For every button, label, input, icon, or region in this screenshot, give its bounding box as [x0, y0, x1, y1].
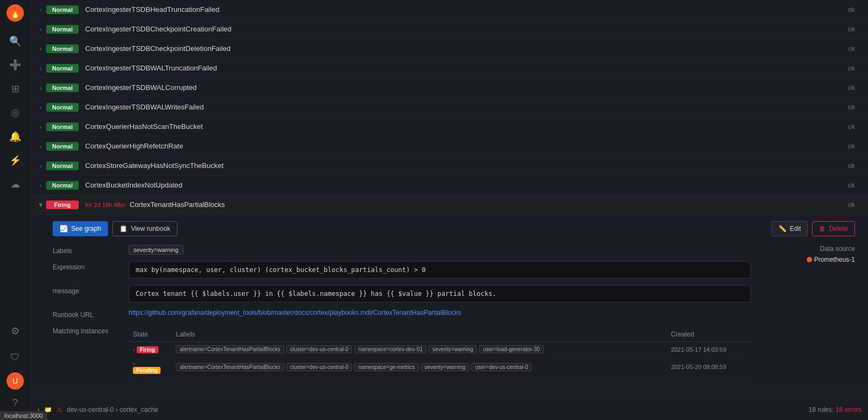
row-expand-chevron[interactable]: › — [35, 46, 46, 52]
alerts-icon[interactable]: 🔔 — [4, 126, 26, 147]
localhost-badge: localhost:3000 — [31, 411, 47, 420]
breadcrumb-path: dev-us-central-0 › cortex_cache — [67, 406, 158, 413]
instance-created: 2021-05-17 14:03:59 — [667, 342, 751, 357]
detail-grid: Labels severity=warning Expression max b… — [53, 245, 751, 377]
alert-name: CortexTenantHasPartialBlocks — [130, 201, 848, 209]
alert-row[interactable]: › Normal CortexIngesterTSDBCheckpointCre… — [31, 20, 868, 39]
alert-row[interactable]: › Normal CortexBucketIndexNotUpdated ok — [31, 176, 868, 195]
row-expand-chevron[interactable]: › — [35, 124, 46, 130]
instance-created: 2021-05-20 08:08:59 — [667, 357, 751, 377]
alert-row[interactable]: › Normal CortexIngesterTSDBWALCorrupted … — [31, 78, 868, 98]
alert-table: › Normal CortexIngesterTSDBHeadTruncatio… — [31, 0, 868, 398]
delete-button[interactable]: 🗑 Delete — [812, 221, 855, 236]
alert-name: CortexIngesterTSDBWALCorrupted — [85, 83, 848, 92]
instance-tags-cell: alertname=CortexTenantHasPartialBlockscl… — [171, 342, 666, 357]
alerting-icon[interactable]: ⚡ — [4, 150, 26, 171]
shield-icon[interactable]: 🛡 — [4, 346, 26, 368]
see-graph-button[interactable]: 📈 See graph — [53, 221, 108, 236]
alert-status: ok — [848, 201, 864, 209]
avatar[interactable]: U — [7, 372, 24, 390]
matching-instances-label: Matching instances — [53, 325, 129, 335]
row-expand-chevron[interactable]: › — [35, 104, 46, 111]
state-badge: Normal — [46, 64, 79, 73]
add-icon[interactable]: ➕ — [4, 54, 26, 76]
instance-row-expand[interactable]: › Firing — [129, 342, 171, 357]
message-label: message — [53, 285, 129, 295]
view-runbook-button[interactable]: 📋 View runbook — [112, 221, 177, 236]
alert-name: CortexQuerierHasNotScanTheBucket — [85, 122, 848, 131]
instance-tag: user=dev-us-central-0 — [471, 363, 532, 371]
instance-tag: namespace=cortex-dev-01 — [354, 345, 426, 353]
expression-code: max by(namespace, user, cluster) (cortex… — [129, 261, 751, 279]
instance-tag: alertname=CortexTenantHasPartialBlocks — [176, 345, 284, 353]
bottom-bar: › 📁 ⚠ dev-us-central-0 › cortex_cache 18… — [31, 398, 868, 420]
sidebar: 🔥 🔍 ➕ ⊞ ◎ 🔔 ⚡ ☁ ⚙ 🛡 U ? — [0, 0, 31, 420]
alert-row[interactable]: › Normal CortexStoreGatewayHasNotSyncThe… — [31, 156, 868, 176]
alert-row[interactable]: › Normal CortexIngesterTSDBWALTruncation… — [31, 59, 868, 78]
data-source-panel: Data source Prometheus-1 — [768, 245, 855, 263]
bottom-bar-left: › 📁 ⚠ dev-us-central-0 › cortex_cache — [37, 406, 158, 413]
edit-icon: ✏️ — [778, 225, 787, 232]
alert-name: CortexIngesterTSDBWALTruncationFailed — [85, 64, 848, 72]
table-row[interactable]: › Firing alertname=CortexTenantHasPartia… — [129, 342, 751, 357]
message-code: Cortex tenant {{ $labels.user }} in {{ $… — [129, 285, 751, 302]
row-expand-chevron[interactable]: › — [35, 163, 46, 169]
runbook-icon: 📋 — [119, 225, 127, 232]
alert-status: ok — [848, 104, 864, 111]
detail-actions-right: ✏️ Edit 🗑 Delete — [771, 221, 855, 236]
labels-label: Labels — [53, 245, 129, 255]
explore-icon[interactable]: ◎ — [4, 102, 26, 124]
alert-row[interactable]: › Normal CortexQuerierHighRefetchRate ok — [31, 137, 868, 156]
help-icon[interactable]: ? — [4, 392, 26, 413]
row-expand-chevron[interactable]: › — [35, 143, 46, 150]
alert-row[interactable]: › Normal CortexIngesterTSDBHeadTruncatio… — [31, 0, 868, 20]
row-collapse-chevron[interactable]: ▼ — [35, 202, 46, 208]
state-badge: Normal — [46, 142, 79, 151]
instance-state: Firing — [137, 346, 158, 353]
cloud-icon[interactable]: ☁ — [4, 173, 26, 195]
state-badge: Normal — [46, 181, 79, 190]
detail-section: 📈 See graph 📋 View runbook ✏️ Edit 🗑 — [31, 215, 868, 386]
grafana-logo[interactable]: 🔥 — [7, 4, 24, 22]
alert-name: CortexBucketIndexNotUpdated — [85, 181, 848, 189]
alert-status: ok — [848, 64, 864, 72]
data-source-label: Data source — [768, 245, 855, 253]
instance-row-expand[interactable]: › Pending — [129, 357, 171, 377]
alert-row[interactable]: › Normal CortexIngesterTSDBWALWritesFail… — [31, 98, 868, 117]
expression-label: Expression — [53, 261, 129, 271]
alert-status: ok — [848, 45, 864, 53]
alert-status: ok — [848, 143, 864, 150]
bottom-bar-right: 18 rules: 18 errors — [809, 406, 861, 413]
row-expand-chevron[interactable]: › — [35, 85, 46, 91]
row-expand-chevron[interactable]: › — [35, 7, 46, 13]
state-badge: Normal — [46, 161, 79, 170]
expression-value: max by(namespace, user, cluster) (cortex… — [129, 261, 751, 279]
expanded-alert-row[interactable]: ▼ Firing for 2d 18h 48m CortexTenantHasP… — [31, 195, 868, 215]
search-icon[interactable]: 🔍 — [4, 30, 26, 52]
alert-name: CortexIngesterTSDBHeadTruncationFailed — [85, 5, 848, 14]
delete-icon: 🗑 — [819, 225, 826, 232]
dashboards-icon[interactable]: ⊞ — [4, 78, 26, 100]
row-expand-chevron[interactable]: › — [35, 65, 46, 72]
state-badge: Normal — [46, 83, 79, 92]
alert-row[interactable]: › Normal CortexQuerierHasNotScanTheBucke… — [31, 117, 868, 137]
row-expand-chevron[interactable]: › — [35, 182, 46, 189]
errors-count: 18 errors — [835, 406, 861, 413]
message-value: Cortex tenant {{ $labels.user }} in {{ $… — [129, 285, 751, 302]
instance-tag: user=load-generator-30 — [479, 345, 544, 353]
runbook-url-value: https://github.com/grafana/deployment_to… — [129, 309, 751, 316]
alert-row[interactable]: › Normal CortexIngesterTSDBCheckpointDel… — [31, 39, 868, 59]
detail-actions-left: 📈 See graph 📋 View runbook — [53, 221, 177, 236]
edit-button[interactable]: ✏️ Edit — [771, 221, 808, 236]
alert-status: ok — [848, 6, 864, 14]
table-row[interactable]: › Pending alertname=CortexTenantHasParti… — [129, 357, 751, 377]
runbook-url-link[interactable]: https://github.com/grafana/deployment_to… — [129, 309, 461, 316]
state-badge: Normal — [46, 103, 79, 112]
matching-instances-table-container: State Labels Created › Firing alertname=… — [129, 325, 751, 377]
detail-actions: 📈 See graph 📋 View runbook ✏️ Edit 🗑 — [53, 221, 855, 236]
firing-duration: for 2d 18h 48m — [85, 202, 125, 208]
firing-badge: Firing — [46, 201, 79, 209]
instance-tags-cell: alertname=CortexTenantHasPartialBlockscl… — [171, 357, 666, 377]
row-expand-chevron[interactable]: › — [35, 26, 46, 33]
settings-icon[interactable]: ⚙ — [4, 320, 26, 342]
